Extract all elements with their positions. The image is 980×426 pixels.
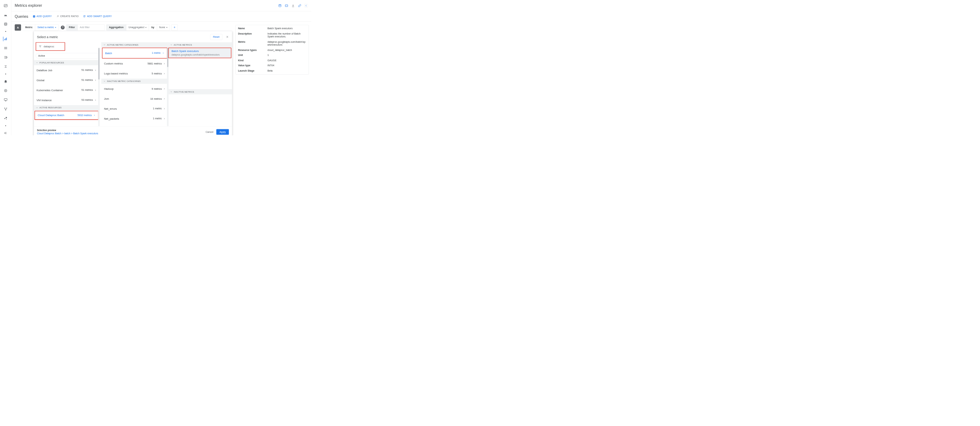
- add-segment-button[interactable]: +: [172, 24, 178, 31]
- popular-resources-header[interactable]: POPULAR RESOURCES: [34, 60, 99, 65]
- category-count: 16 metrics: [150, 97, 162, 100]
- resource-count: 51 metrics: [82, 89, 93, 92]
- page-title: Metrics explorer: [14, 3, 42, 8]
- category-name: Jvm: [104, 97, 109, 100]
- save-chart-icon[interactable]: [278, 4, 282, 8]
- bell-icon[interactable]: [3, 79, 8, 84]
- queries-toolbar: Queries ADD QUERY CREATE RATIO ADD SMART…: [11, 11, 312, 22]
- chevron-right-icon: [163, 118, 165, 120]
- svg-point-18: [6, 119, 7, 120]
- metrics-explorer-icon[interactable]: [3, 37, 8, 41]
- active-categories-header[interactable]: ACTIVE METRIC CATEGORIES: [101, 42, 168, 48]
- svg-point-13: [4, 108, 5, 108]
- active-resources-header[interactable]: ACTIVE RESOURCES: [34, 105, 99, 110]
- metric-path: dataproc.googleapis.com/batch/spark/exec…: [172, 53, 220, 56]
- detail-row: KindGAUGE: [235, 58, 309, 63]
- resource-item[interactable]: VM Instance53 metrics: [34, 95, 99, 105]
- svg-rect-8: [4, 49, 7, 49]
- apply-button[interactable]: Apply: [216, 129, 229, 135]
- create-ratio-button[interactable]: CREATE RATIO: [56, 15, 79, 18]
- nodes-icon[interactable]: [3, 107, 8, 111]
- detail-value: Batch Spark executors: [267, 27, 307, 30]
- active-filter-pill[interactable]: Active: [36, 53, 99, 59]
- inactive-metrics-header[interactable]: INACTIVE METRICS: [168, 89, 232, 94]
- rail-icon-5[interactable]: [3, 55, 8, 60]
- category-count: 9 metrics: [152, 87, 162, 90]
- add-query-button[interactable]: ADD QUERY: [33, 15, 52, 18]
- monitoring-logo-icon[interactable]: [3, 3, 8, 8]
- category-item[interactable]: Jvm16 metrics: [101, 94, 168, 104]
- category-item[interactable]: Logs-based metrics5 metrics: [101, 69, 168, 79]
- chevron-right-icon: [163, 73, 165, 75]
- chevron-right-icon: [94, 99, 97, 101]
- detail-key: Kind: [238, 59, 267, 62]
- filter-lines-icon: [38, 45, 42, 48]
- metric-search-input[interactable]: dataproc: [36, 42, 65, 51]
- category-count: 1 metric: [152, 52, 161, 54]
- category-name: Logs-based metrics: [104, 72, 128, 75]
- selection-preview-path[interactable]: Cloud Dataproc Batch > batch > Batch Spa…: [37, 132, 99, 135]
- aggregation-value: Unaggregated: [128, 26, 144, 29]
- rail-icon-6[interactable]: [3, 64, 8, 69]
- chevron-down-icon: [103, 80, 105, 82]
- category-count: 5881 metrics: [148, 62, 162, 65]
- active-metrics-header[interactable]: ACTIVE METRICS: [168, 42, 232, 48]
- detail-key: Name: [238, 27, 267, 30]
- resource-name: Dataflow Job: [37, 69, 52, 72]
- category-item[interactable]: Net_errors1 metric: [101, 104, 168, 114]
- svg-rect-19: [279, 5, 281, 7]
- category-item[interactable]: Hadoop9 metrics: [101, 84, 168, 94]
- svg-rect-4: [5, 38, 6, 40]
- add-smart-query-button[interactable]: ADD SMART QUERY: [83, 15, 112, 18]
- svg-rect-12: [4, 99, 7, 100]
- resource-item[interactable]: Global51 metrics: [34, 75, 99, 85]
- category-item-selected[interactable]: Batch 1 metric: [102, 48, 167, 58]
- chevron-down-icon: [103, 44, 105, 46]
- svg-rect-6: [4, 47, 7, 48]
- category-count: 1 metric: [153, 117, 162, 120]
- resource-item[interactable]: Dataflow Job51 metrics: [34, 65, 99, 75]
- rail-icon-2[interactable]: [3, 22, 8, 26]
- chevron-right-icon: [94, 89, 97, 91]
- left-nav-rail: [0, 0, 11, 135]
- detail-key: Resource types: [238, 48, 267, 51]
- close-icon[interactable]: [226, 35, 229, 39]
- chevron-right-icon: [163, 98, 165, 100]
- category-item[interactable]: Custom metrics5881 metrics: [101, 59, 168, 69]
- detail-row: Resource typescloud_dataproc_batch: [235, 48, 309, 53]
- enter-arrow-icon[interactable]: [3, 131, 8, 135]
- rail-icon-1[interactable]: [3, 13, 8, 17]
- resource-count: 53 metrics: [82, 99, 93, 102]
- bubbles-icon[interactable]: [3, 116, 8, 121]
- category-item[interactable]: Net_packets1 metric: [101, 114, 168, 124]
- nav-separator-dot: [5, 31, 6, 32]
- caret-down-icon: [166, 27, 167, 28]
- aggregation-selector[interactable]: Aggregation Unaggregated by None: [106, 24, 170, 31]
- link-icon[interactable]: [298, 4, 301, 8]
- resource-item-selected[interactable]: Cloud Dataproc Batch 5932 metrics: [35, 111, 99, 120]
- category-name: Net_errors: [104, 107, 117, 110]
- detail-row: NameBatch Spark executors: [235, 26, 309, 31]
- download-icon[interactable]: [291, 4, 295, 8]
- reset-button[interactable]: Reset: [210, 34, 223, 40]
- col1-scrollbar[interactable]: [98, 48, 99, 126]
- code-icon[interactable]: [285, 4, 288, 8]
- svg-point-10: [4, 89, 7, 92]
- metric-selector[interactable]: Metric Select a metric: [23, 24, 59, 31]
- inactive-categories-header[interactable]: INACTIVE METRIC CATEGORIES: [101, 79, 168, 84]
- filter-label: Filter: [66, 25, 77, 31]
- help-icon[interactable]: ?: [61, 25, 65, 30]
- metric-item-selected[interactable]: Batch Spark executors dataproc.googleapi…: [168, 48, 231, 59]
- chevron-left-icon[interactable]: [304, 4, 308, 8]
- category-name: Net_packets: [104, 117, 119, 121]
- query-letter-chip[interactable]: A: [14, 24, 21, 31]
- caret-down-icon: [145, 27, 146, 28]
- filter-input-wrap[interactable]: Filter Add filter: [66, 24, 105, 31]
- display-icon[interactable]: [3, 98, 8, 102]
- selection-preview-label: Selection preview: [37, 129, 99, 132]
- rail-icon-4[interactable]: [3, 46, 8, 51]
- chevron-right-icon: [163, 63, 165, 65]
- cancel-button[interactable]: Cancel: [205, 130, 213, 133]
- target-icon[interactable]: [3, 88, 8, 93]
- resource-item[interactable]: Kubernetes Container51 metrics: [34, 85, 99, 95]
